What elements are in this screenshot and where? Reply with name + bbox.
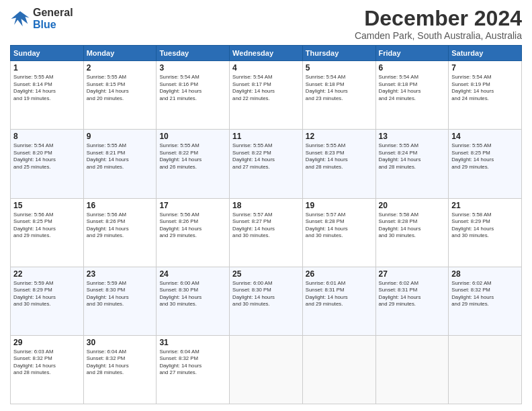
month-title: December 2024 <box>355 7 522 30</box>
logo-general: GeneralBlue <box>33 7 73 30</box>
day-number: 8 <box>13 132 81 141</box>
table-row: 16Sunrise: 5:56 AMSunset: 8:26 PMDayligh… <box>83 198 157 267</box>
day-number: 31 <box>159 338 226 347</box>
day-number: 28 <box>451 269 519 279</box>
day-info: Sunrise: 5:54 AMSunset: 8:20 PMDaylight:… <box>13 142 81 171</box>
day-number: 6 <box>379 63 446 73</box>
header: GeneralBlue December 2024 Camden Park, S… <box>10 7 522 41</box>
day-number: 24 <box>159 269 226 279</box>
table-row: 4Sunrise: 5:54 AMSunset: 8:17 PMDaylight… <box>230 61 303 130</box>
table-row <box>449 335 522 404</box>
day-info: Sunrise: 5:55 AMSunset: 8:25 PMDaylight:… <box>451 142 519 171</box>
day-info: Sunrise: 6:00 AMSunset: 8:30 PMDaylight:… <box>232 280 300 308</box>
col-saturday: Saturday <box>449 46 522 61</box>
calendar-header-row: Sunday Monday Tuesday Wednesday Thursday… <box>11 46 522 61</box>
day-number: 21 <box>451 201 519 210</box>
day-number: 20 <box>379 201 446 210</box>
day-info: Sunrise: 5:55 AMSunset: 8:21 PMDaylight:… <box>87 142 154 171</box>
day-number: 17 <box>159 201 226 210</box>
day-info: Sunrise: 5:54 AMSunset: 8:18 PMDaylight:… <box>306 74 373 102</box>
table-row: 26Sunrise: 6:01 AMSunset: 8:31 PMDayligh… <box>302 267 375 335</box>
calendar: Sunday Monday Tuesday Wednesday Thursday… <box>10 45 522 404</box>
table-row: 13Sunrise: 5:55 AMSunset: 8:24 PMDayligh… <box>375 130 449 198</box>
day-info: Sunrise: 6:02 AMSunset: 8:31 PMDaylight:… <box>379 280 446 308</box>
calendar-week-row: 8Sunrise: 5:54 AMSunset: 8:20 PMDaylight… <box>11 130 522 198</box>
table-row: 8Sunrise: 5:54 AMSunset: 8:20 PMDaylight… <box>11 130 84 198</box>
day-number: 29 <box>13 338 81 347</box>
day-number: 30 <box>87 338 154 347</box>
col-thursday: Thursday <box>302 46 375 61</box>
table-row: 5Sunrise: 5:54 AMSunset: 8:18 PMDaylight… <box>302 61 375 130</box>
calendar-week-row: 15Sunrise: 5:56 AMSunset: 8:25 PMDayligh… <box>11 198 522 267</box>
day-info: Sunrise: 5:55 AMSunset: 8:23 PMDaylight:… <box>306 142 373 171</box>
calendar-week-row: 1Sunrise: 5:55 AMSunset: 8:14 PMDaylight… <box>11 61 522 130</box>
day-info: Sunrise: 5:59 AMSunset: 8:29 PMDaylight:… <box>13 280 81 308</box>
calendar-week-row: 22Sunrise: 5:59 AMSunset: 8:29 PMDayligh… <box>11 267 522 335</box>
day-number: 11 <box>232 132 300 141</box>
day-number: 3 <box>159 63 226 73</box>
table-row: 9Sunrise: 5:55 AMSunset: 8:21 PMDaylight… <box>83 130 157 198</box>
page: GeneralBlue December 2024 Camden Park, S… <box>0 0 532 411</box>
table-row: 23Sunrise: 5:59 AMSunset: 8:30 PMDayligh… <box>83 267 157 335</box>
day-info: Sunrise: 5:56 AMSunset: 8:26 PMDaylight:… <box>159 212 226 240</box>
day-number: 4 <box>232 63 300 73</box>
table-row: 20Sunrise: 5:58 AMSunset: 8:28 PMDayligh… <box>375 198 449 267</box>
day-number: 22 <box>13 269 81 279</box>
day-number: 12 <box>306 132 373 141</box>
table-row: 19Sunrise: 5:57 AMSunset: 8:28 PMDayligh… <box>302 198 375 267</box>
day-info: Sunrise: 6:02 AMSunset: 8:32 PMDaylight:… <box>451 280 519 308</box>
day-number: 23 <box>87 269 154 279</box>
table-row: 24Sunrise: 6:00 AMSunset: 8:30 PMDayligh… <box>157 267 230 335</box>
day-info: Sunrise: 6:04 AMSunset: 8:32 PMDaylight:… <box>159 349 226 377</box>
table-row: 31Sunrise: 6:04 AMSunset: 8:32 PMDayligh… <box>157 335 230 404</box>
day-info: Sunrise: 5:57 AMSunset: 8:28 PMDaylight:… <box>306 212 373 240</box>
day-info: Sunrise: 5:55 AMSunset: 8:22 PMDaylight:… <box>232 142 300 171</box>
day-info: Sunrise: 5:54 AMSunset: 8:17 PMDaylight:… <box>232 74 300 102</box>
svg-marker-0 <box>11 11 30 26</box>
day-info: Sunrise: 5:58 AMSunset: 8:29 PMDaylight:… <box>451 212 519 240</box>
day-number: 14 <box>451 132 519 141</box>
table-row: 10Sunrise: 5:55 AMSunset: 8:22 PMDayligh… <box>157 130 230 198</box>
table-row: 2Sunrise: 5:55 AMSunset: 8:15 PMDaylight… <box>83 61 157 130</box>
day-number: 16 <box>87 201 154 210</box>
day-info: Sunrise: 6:04 AMSunset: 8:32 PMDaylight:… <box>87 349 154 377</box>
day-info: Sunrise: 5:57 AMSunset: 8:27 PMDaylight:… <box>232 212 300 240</box>
table-row: 18Sunrise: 5:57 AMSunset: 8:27 PMDayligh… <box>230 198 303 267</box>
title-block: December 2024 Camden Park, South Austral… <box>355 7 522 41</box>
table-row: 28Sunrise: 6:02 AMSunset: 8:32 PMDayligh… <box>449 267 522 335</box>
day-number: 26 <box>306 269 373 279</box>
table-row: 6Sunrise: 5:54 AMSunset: 8:18 PMDaylight… <box>375 61 449 130</box>
day-info: Sunrise: 5:58 AMSunset: 8:28 PMDaylight:… <box>379 212 446 240</box>
table-row: 3Sunrise: 5:54 AMSunset: 8:16 PMDaylight… <box>157 61 230 130</box>
day-info: Sunrise: 6:00 AMSunset: 8:30 PMDaylight:… <box>159 280 226 308</box>
logo-text: GeneralBlue <box>33 7 73 30</box>
day-info: Sunrise: 6:03 AMSunset: 8:32 PMDaylight:… <box>13 349 81 377</box>
table-row: 27Sunrise: 6:02 AMSunset: 8:31 PMDayligh… <box>375 267 449 335</box>
table-row <box>230 335 303 404</box>
logo: GeneralBlue <box>10 7 73 30</box>
col-wednesday: Wednesday <box>230 46 303 61</box>
day-number: 25 <box>232 269 300 279</box>
table-row: 11Sunrise: 5:55 AMSunset: 8:22 PMDayligh… <box>230 130 303 198</box>
day-number: 2 <box>87 63 154 73</box>
day-number: 27 <box>379 269 446 279</box>
day-info: Sunrise: 5:56 AMSunset: 8:25 PMDaylight:… <box>13 212 81 240</box>
table-row: 21Sunrise: 5:58 AMSunset: 8:29 PMDayligh… <box>449 198 522 267</box>
calendar-body: 1Sunrise: 5:55 AMSunset: 8:14 PMDaylight… <box>11 61 522 404</box>
day-info: Sunrise: 6:01 AMSunset: 8:31 PMDaylight:… <box>306 280 373 308</box>
day-number: 13 <box>379 132 446 141</box>
day-number: 10 <box>159 132 226 141</box>
calendar-week-row: 29Sunrise: 6:03 AMSunset: 8:32 PMDayligh… <box>11 335 522 404</box>
day-info: Sunrise: 5:54 AMSunset: 8:19 PMDaylight:… <box>451 74 519 102</box>
day-number: 19 <box>306 201 373 210</box>
col-monday: Monday <box>83 46 157 61</box>
col-tuesday: Tuesday <box>157 46 230 61</box>
location-title: Camden Park, South Australia, Australia <box>355 30 522 41</box>
day-number: 1 <box>13 63 81 73</box>
logo-icon <box>10 9 30 29</box>
day-info: Sunrise: 5:56 AMSunset: 8:26 PMDaylight:… <box>87 212 154 240</box>
table-row: 17Sunrise: 5:56 AMSunset: 8:26 PMDayligh… <box>157 198 230 267</box>
table-row <box>302 335 375 404</box>
table-row: 1Sunrise: 5:55 AMSunset: 8:14 PMDaylight… <box>11 61 84 130</box>
day-info: Sunrise: 5:59 AMSunset: 8:30 PMDaylight:… <box>87 280 154 308</box>
